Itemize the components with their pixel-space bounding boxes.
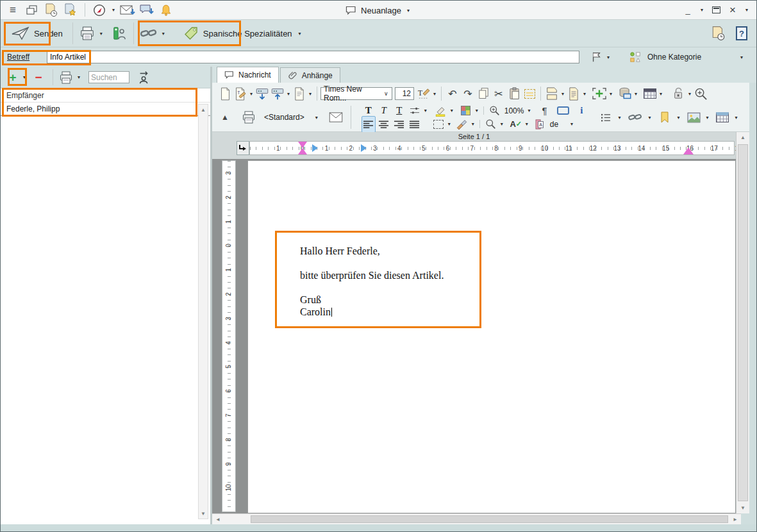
tab-nachricht[interactable]: Nachricht [217,67,279,83]
tab-stop-selector[interactable] [237,141,249,155]
quick-print-icon[interactable] [242,109,256,126]
find-icon[interactable] [484,116,498,133]
close-dropdown-icon[interactable]: ▾ [744,7,750,13]
data-sources-dropdown-icon[interactable]: ▾ [633,91,639,97]
border-style-icon[interactable] [431,116,445,133]
copy-icon[interactable] [476,85,490,102]
save-document-icon[interactable] [270,85,285,102]
tag-selector[interactable]: Spanische Spezialitäten ▾ [178,26,308,41]
collapse-toolbar-icon[interactable]: ▲ [218,109,232,126]
table-menu-dropdown-icon[interactable]: ▾ [733,115,739,121]
add-recipient-dropdown-icon[interactable]: ▾ [21,74,28,80]
favorite-document-icon[interactable] [62,3,79,18]
flag-icon[interactable] [588,47,605,67]
followup-document-icon[interactable] [710,23,727,44]
horizontal-ruler[interactable]: 10123456789101112131415161718 [249,141,735,155]
flag-dropdown-icon[interactable]: ▾ [605,54,611,60]
undo-icon[interactable]: ↶ [445,85,460,102]
minimize-dropdown-icon[interactable]: ▾ [699,7,705,13]
new-document-icon[interactable] [218,85,232,102]
scroll-down-icon[interactable]: ▼ [199,508,208,519]
spellcheck-dropdown-icon[interactable]: ▾ [524,121,530,127]
minimize-button[interactable]: _ [682,4,694,17]
chat-import-icon[interactable] [138,3,155,18]
more-options-dropdown-icon[interactable]: ▾ [569,121,575,127]
font-name-select[interactable]: Times New Rom... ∨ [320,87,392,100]
category-icon[interactable] [627,47,644,67]
bookmark-dropdown-icon[interactable]: ▾ [675,115,681,121]
insert-image-icon[interactable] [686,109,701,126]
first-line-indent-marker[interactable] [312,144,318,152]
align-right-button[interactable] [392,116,406,133]
send-mail-icon[interactable] [329,109,343,126]
print-preview-icon[interactable] [292,85,306,102]
highlight-color-dropdown-icon[interactable]: ▾ [449,108,455,113]
add-recipient-button[interactable]: + [6,71,20,85]
link-dropdown-icon[interactable]: ▾ [160,31,167,37]
clear-formatting-icon[interactable]: T [417,85,431,102]
left-margin-marker[interactable] [298,142,307,148]
background-color-dropdown-icon[interactable]: ▾ [474,108,480,113]
paragraph-style-select[interactable]: <Standard> ▾ [264,113,320,122]
horizontal-scrollbar[interactable]: ◄ ► [212,513,741,524]
paste-icon[interactable] [507,85,521,102]
justify-button[interactable] [408,116,422,133]
page-format-icon[interactable] [567,85,581,102]
document-page[interactable] [247,160,736,513]
link-attachment-icon[interactable] [140,23,158,44]
print-dropdown-icon[interactable]: ▾ [98,31,104,37]
character-spacing-dropdown-icon[interactable]: ▾ [422,108,429,113]
left-indent-marker[interactable] [298,148,307,154]
tab-stop-marker[interactable] [361,144,367,152]
menu-icon[interactable]: ≡ [4,3,21,18]
recipient-row[interactable]: Federle, Philipp [1,103,210,116]
insert-table-dropdown-icon[interactable]: ▾ [658,91,664,97]
table-menu-icon[interactable] [715,109,729,126]
edit-template-icon[interactable]: T [233,85,247,102]
recipient-search-input[interactable] [88,71,129,83]
vertical-scrollbar[interactable]: ▲ ▼ [736,132,749,513]
navigation-compass-icon[interactable] [91,3,108,18]
info-icon[interactable]: i [574,103,588,119]
font-size-input[interactable]: 12 [395,87,414,100]
vertical-ruler[interactable]: 321012345678910 [222,160,236,512]
window-title-dropdown-icon[interactable]: ▾ [405,8,412,13]
swap-recipient-icon[interactable] [136,67,153,88]
help-button[interactable]: ? [736,26,747,40]
protect-document-dropdown-icon[interactable]: ▾ [686,91,693,97]
insert-frame-icon[interactable] [592,85,607,102]
insert-frame-dropdown-icon[interactable]: ▾ [608,91,614,97]
notifications-bell-icon[interactable] [158,3,174,18]
print-preview-dropdown-icon[interactable]: ▾ [307,91,313,97]
category-dropdown-icon[interactable]: ▾ [738,54,745,60]
insert-page-break-icon[interactable] [545,85,559,102]
edit-template-dropdown-icon[interactable]: ▾ [248,91,254,97]
cut-icon[interactable]: ✂ [492,85,506,102]
align-center-button[interactable] [377,116,391,133]
list-style-dropdown-icon[interactable]: ▾ [616,115,622,121]
spellcheck-icon[interactable]: A✓ [509,116,523,133]
contact-card-icon[interactable] [111,23,128,44]
border-style-dropdown-icon[interactable]: ▾ [446,121,453,127]
windows-icon[interactable] [24,3,40,18]
scroll-right-icon[interactable]: ► [729,514,741,525]
close-button[interactable]: × [727,4,738,17]
send-button[interactable]: Senden [7,23,67,44]
print-list-icon[interactable] [58,67,74,88]
insert-link-icon[interactable] [628,109,643,126]
text-boundaries-icon[interactable] [556,103,570,119]
zoom-dropdown-icon[interactable]: ▾ [526,108,532,113]
scroll-up-icon[interactable]: ▲ [736,132,749,143]
language-icon[interactable]: A [534,116,548,133]
redo-icon[interactable]: ↷ [461,85,475,102]
tag-dropdown-icon[interactable]: ▾ [297,31,303,37]
scroll-up-icon[interactable]: ▲ [199,104,208,115]
data-sources-icon[interactable] [618,85,632,102]
horizontal-scrollbar-thumb[interactable] [251,515,728,523]
recent-document-icon[interactable] [43,3,60,18]
navigation-dropdown-icon[interactable]: ▾ [110,7,117,13]
list-style-icon[interactable] [599,109,613,126]
insert-image-dropdown-icon[interactable]: ▾ [704,115,710,121]
print-icon[interactable] [79,23,96,44]
bookmark-icon[interactable] [658,109,672,126]
